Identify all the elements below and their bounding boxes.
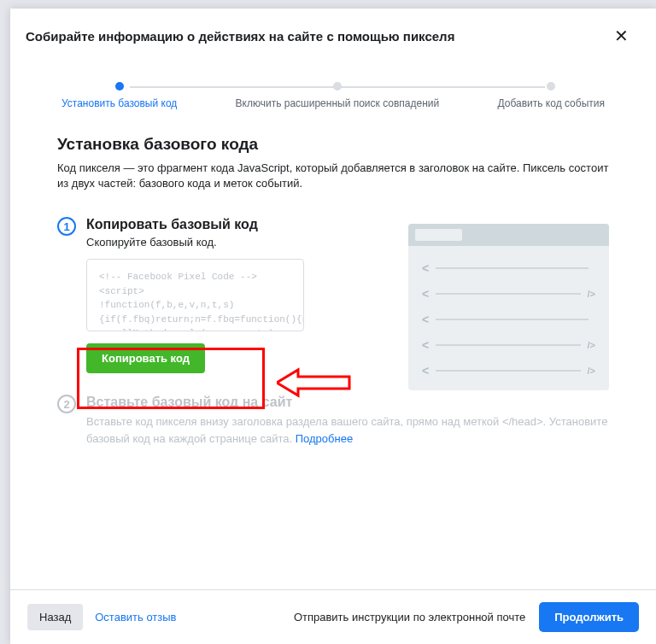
modal-title: Собирайте информацию о действиях на сайт… — [26, 29, 454, 44]
continue-button[interactable]: Продолжить — [539, 602, 639, 632]
window-tab-icon — [415, 229, 462, 241]
code-window-illustration: < </> < </> </> — [408, 224, 609, 390]
footer-left: Назад Оставить отзыв — [27, 604, 177, 630]
step-number-badge: 1 — [57, 217, 76, 236]
code-line-icon: < — [422, 313, 595, 326]
code-line-icon: </> — [422, 364, 595, 378]
window-body-icon: < </> < </> </> — [408, 246, 609, 390]
modal-footer: Назад Оставить отзыв Отправить инструкци… — [10, 589, 656, 644]
learn-more-link[interactable]: Подробнее — [296, 432, 353, 445]
progress-stepper: Установить базовый код Включить расширен… — [10, 56, 656, 109]
step-number-badge: 2 — [57, 395, 76, 413]
step-2-row: 2 Вставьте базовый код на сайт Вставьте … — [57, 395, 609, 457]
email-instructions-link[interactable]: Отправить инструкции по электронной почт… — [294, 611, 525, 624]
pixel-setup-modal: Собирайте информацию о действиях на сайт… — [10, 9, 656, 644]
code-line-icon: </> — [422, 287, 595, 301]
step-label: Включить расширенный поиск совпадений — [236, 97, 440, 109]
code-line-icon: < — [422, 261, 595, 275]
content-title: Установка базового кода — [57, 135, 609, 154]
close-icon: ✕ — [614, 26, 629, 45]
back-button[interactable]: Назад — [27, 604, 83, 630]
step-label: Добавить код события — [497, 97, 605, 109]
feedback-link[interactable]: Оставить отзыв — [95, 611, 176, 624]
step-dot-icon — [333, 82, 342, 91]
close-button[interactable]: ✕ — [607, 24, 636, 48]
content-description: Код пикселя — это фрагмент кода JavaScri… — [57, 161, 609, 191]
step-dot-icon — [547, 82, 555, 91]
step-install-base-code[interactable]: Установить базовый код — [62, 82, 177, 109]
step-dot-icon — [115, 82, 124, 91]
step-label: Установить базовый код — [62, 97, 177, 109]
step-2-description: Вставьте код пикселя внизу заголовка раз… — [86, 413, 609, 447]
step-2-body: Вставьте базовый код на сайт Вставьте ко… — [86, 395, 609, 457]
copy-code-button[interactable]: Копировать код — [86, 343, 205, 373]
footer-right: Отправить инструкции по электронной почт… — [294, 602, 639, 632]
modal-header: Собирайте информацию о действиях на сайт… — [10, 9, 656, 56]
window-frame-icon: < </> < </> </> — [408, 224, 609, 390]
code-line-icon: </> — [422, 338, 595, 352]
step-advanced-matching[interactable]: Включить расширенный поиск совпадений — [236, 82, 440, 109]
pixel-code-box[interactable]: <!-- Facebook Pixel Code --> <script> !f… — [86, 259, 304, 331]
step-add-event-code[interactable]: Добавить код события — [497, 82, 605, 109]
window-titlebar-icon — [408, 224, 609, 246]
step-2-title: Вставьте базовый код на сайт — [86, 395, 609, 410]
